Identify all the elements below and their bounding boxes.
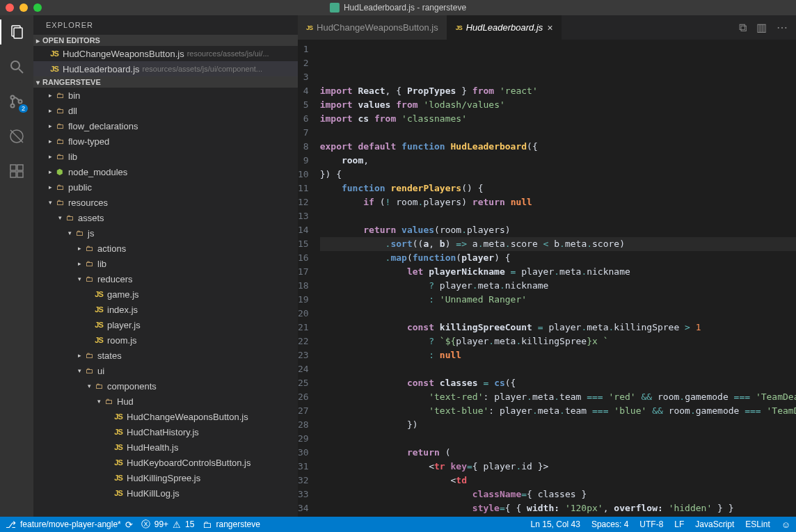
explorer-sidebar: EXPLORER ▸ OPEN EDITORS JSHudChangeWeapo…: [33, 15, 298, 517]
file-item[interactable]: JSHudChangeWeaponsButton.js: [33, 409, 298, 424]
folder-icon: 🗀: [83, 275, 95, 283]
tab-label: HudLeaderboard.js: [466, 22, 543, 33]
warning-count: 15: [185, 519, 194, 529]
more-actions-icon[interactable]: ⋯: [777, 21, 788, 34]
file-item[interactable]: JSplayer.js: [33, 317, 298, 332]
folder-item[interactable]: ▸🗀lib: [33, 256, 298, 271]
item-label: reducers: [97, 274, 133, 284]
folder-item[interactable]: ▾🗀Hud: [33, 394, 298, 409]
folder-item[interactable]: ▸🗀public: [33, 179, 298, 195]
sync-icon: ⟳: [125, 519, 133, 530]
folder-item[interactable]: ▸⬢node_modules: [33, 164, 298, 179]
maximize-window-button[interactable]: [33, 3, 42, 12]
js-file-icon: JS: [49, 49, 60, 58]
file-item[interactable]: JSroom.js: [33, 332, 298, 348]
chevron-icon: ▸: [46, 153, 54, 160]
minimize-window-button[interactable]: [19, 3, 28, 12]
folder-item[interactable]: ▾🗀ui: [33, 363, 298, 378]
js-file-icon: JS: [306, 24, 312, 31]
code-editor[interactable]: 1234567891011121314151617181920212223242…: [298, 40, 796, 517]
file-name: HudLeaderboard.js: [63, 64, 140, 74]
git-branch-status[interactable]: ⎇ feature/move-player-angle* ⟳: [6, 519, 133, 530]
code-content[interactable]: import React, { PropTypes } from 'react'…: [320, 40, 796, 517]
open-editors-header[interactable]: ▸ OPEN EDITORS: [33, 35, 298, 46]
split-editor-icon[interactable]: ⧉: [739, 22, 747, 34]
item-label: room.js: [107, 335, 137, 346]
folder-item[interactable]: ▸🗀flow_declarations: [33, 118, 298, 134]
open-editor-item[interactable]: JSHudChangeWeaponsButton.jsresources/ass…: [33, 46, 298, 61]
folder-icon: 🗀: [54, 106, 65, 115]
svg-point-2: [11, 61, 19, 70]
open-editors-label: OPEN EDITORS: [42, 36, 100, 45]
file-path-hint: resources/assets/js/ui/...: [187, 49, 269, 58]
indent-status[interactable]: Spaces: 4: [591, 519, 628, 530]
folder-icon: 🗀: [83, 351, 95, 360]
close-tab-button[interactable]: ×: [547, 22, 552, 33]
folder-item[interactable]: ▸🗀dll: [33, 103, 298, 118]
svg-point-6: [19, 100, 22, 104]
branch-icon: ⎇: [6, 519, 16, 530]
node-modules-icon: ⬢: [54, 168, 65, 177]
scm-tab-button[interactable]: 2: [7, 92, 26, 111]
chevron-icon: ▾: [56, 214, 64, 221]
feedback-icon[interactable]: ☺: [781, 519, 790, 530]
file-item[interactable]: JSindex.js: [33, 302, 298, 317]
window-title-text: HudLeaderboard.js - rangersteve: [344, 3, 466, 13]
folder-icon: 🗀: [93, 382, 104, 390]
file-item[interactable]: JSHudHealth.js: [33, 440, 298, 455]
encoding-status[interactable]: UTF-8: [639, 519, 663, 530]
eol-status[interactable]: LF: [674, 519, 684, 530]
debug-tab-button[interactable]: [7, 127, 26, 146]
folder-item[interactable]: ▾🗀reducers: [33, 271, 298, 287]
folder-item[interactable]: ▾🗀assets: [33, 210, 298, 225]
extensions-tab-button[interactable]: [7, 161, 26, 181]
folder-item[interactable]: ▾🗀components: [33, 378, 298, 394]
item-label: HudKillingSpree.js: [127, 473, 200, 483]
folder-item[interactable]: ▾🗀resources: [33, 195, 298, 210]
folder-status[interactable]: 🗀 rangersteve: [202, 519, 260, 530]
folder-item[interactable]: ▸🗀lib: [33, 149, 298, 164]
folder-icon: 🗀: [74, 229, 85, 237]
file-item[interactable]: JSgame.js: [33, 287, 298, 302]
chevron-icon: ▸: [46, 168, 54, 175]
item-label: js: [88, 228, 94, 239]
status-bar: ⎇ feature/move-player-angle* ⟳ ⓧ99+ ⚠15 …: [0, 517, 796, 532]
open-editor-item[interactable]: JSHudLeaderboard.jsresources/assets/js/u…: [33, 61, 298, 76]
folder-icon: 🗀: [64, 213, 75, 222]
file-item[interactable]: JSHudChatHistory.js: [33, 424, 298, 440]
folder-item[interactable]: ▸🗀actions: [33, 241, 298, 256]
editor-tab[interactable]: JSHudChangeWeaponsButton.js: [298, 15, 447, 40]
folder-item[interactable]: ▾🗀js: [33, 225, 298, 241]
item-label: lib: [68, 152, 77, 162]
file-item[interactable]: JSHudKillingSpree.js: [33, 470, 298, 485]
file-item[interactable]: JSHudKillLog.js: [33, 485, 298, 501]
search-tab-button[interactable]: [7, 57, 26, 76]
file-tree: ▸🗀bin▸🗀dll▸🗀flow_declarations▸🗀flow-type…: [33, 88, 298, 517]
file-item[interactable]: JSHudKeyboardControlsButton.js: [33, 455, 298, 470]
chevron-down-icon: ▾: [36, 79, 40, 86]
close-window-button[interactable]: [6, 3, 14, 12]
lint-status[interactable]: ESLint: [745, 519, 770, 530]
item-label: states: [97, 350, 122, 361]
item-label: resources: [68, 198, 108, 208]
folder-icon: 🗀: [54, 183, 65, 191]
folder-item[interactable]: ▸🗀bin: [33, 88, 298, 103]
project-header[interactable]: ▾ RANGERSTEVE: [33, 76, 298, 88]
item-label: assets: [78, 213, 104, 223]
folder-item[interactable]: ▸🗀states: [33, 348, 298, 363]
explorer-tab-button[interactable]: [7, 22, 26, 42]
item-label: dll: [68, 106, 77, 116]
editor-tab[interactable]: JSHudLeaderboard.js×: [447, 15, 562, 40]
folder-item[interactable]: ▸🗀flow-typed: [33, 134, 298, 149]
folder-icon: 🗀: [54, 91, 65, 99]
line-number-gutter: 1234567891011121314151617181920212223242…: [298, 40, 320, 517]
item-label: bin: [68, 90, 80, 101]
folder-icon: 🗀: [83, 259, 95, 268]
chevron-icon: ▸: [46, 184, 54, 191]
cursor-position[interactable]: Ln 15, Col 43: [531, 519, 580, 530]
svg-point-5: [11, 104, 15, 108]
language-status[interactable]: JavaScript: [695, 519, 734, 530]
item-label: components: [107, 381, 157, 392]
layout-icon[interactable]: ▥: [756, 21, 767, 34]
problems-status[interactable]: ⓧ99+ ⚠15: [141, 518, 195, 531]
